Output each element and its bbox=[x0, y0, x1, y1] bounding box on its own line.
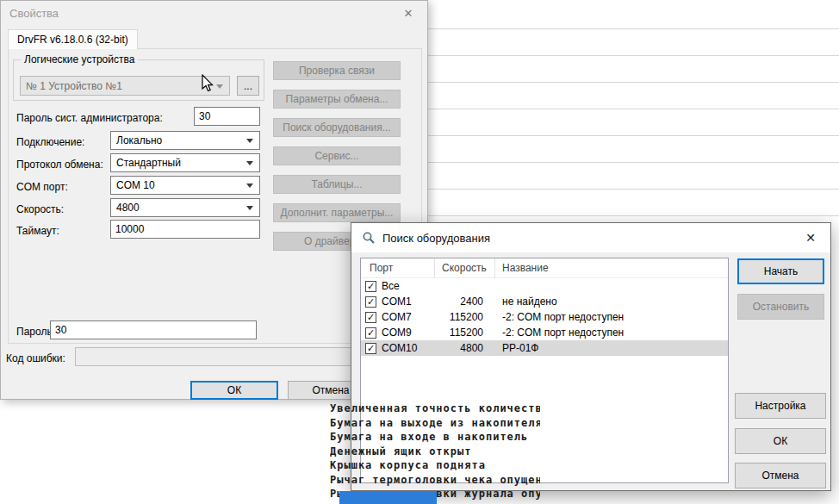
action-button-2[interactable]: Поиск оборудования... bbox=[273, 118, 401, 137]
ok-button[interactable]: ОК bbox=[190, 381, 278, 400]
admin-password-label: Пароль сист. администратора: bbox=[16, 112, 163, 124]
name-cell: -2: COM порт недоступен bbox=[495, 327, 728, 339]
speed-cell: 2400 bbox=[435, 296, 495, 308]
device-row-COM7[interactable]: ✓COM7115200-2: COM порт недоступен bbox=[361, 309, 728, 325]
mouse-cursor-icon bbox=[200, 74, 217, 96]
baud-label: Скорость: bbox=[16, 203, 64, 215]
checkbox-icon[interactable]: ✓ bbox=[365, 296, 376, 308]
action-button-0[interactable]: Проверка связи bbox=[273, 61, 401, 80]
port-label: COM9 bbox=[382, 327, 412, 339]
settings-button[interactable]: Настройка bbox=[735, 393, 826, 419]
device-row-Все[interactable]: ✓Все bbox=[361, 278, 728, 294]
background-row-divider bbox=[428, 215, 839, 216]
admin-password-input[interactable] bbox=[194, 107, 260, 126]
column-header-port[interactable]: Порт bbox=[361, 258, 435, 277]
background-row-divider bbox=[428, 55, 839, 56]
cancel-button[interactable]: Отмена bbox=[735, 463, 826, 488]
timeout-input[interactable] bbox=[110, 220, 260, 239]
window-title: Поиск оборудования bbox=[382, 232, 490, 245]
screen: { "background_window": { "status_lines":… bbox=[0, 0, 839, 504]
background-row-divider bbox=[428, 162, 839, 163]
device-row-COM9[interactable]: ✓COM9115200-2: COM порт недоступен bbox=[361, 325, 728, 340]
device-row-COM10[interactable]: ✓COM104800РР-01Ф bbox=[361, 340, 728, 356]
connection-value: Локально bbox=[116, 134, 162, 146]
baud-combobox[interactable]: 4800 bbox=[110, 198, 260, 217]
background-row-divider bbox=[428, 135, 839, 136]
port-label: COM10 bbox=[382, 342, 417, 354]
start-button[interactable]: Начать bbox=[737, 258, 824, 284]
device-combobox[interactable]: № 1 Устройство №1 bbox=[20, 76, 230, 96]
listview-rows: ✓Все✓COM12400не найдено✓COM7115200-2: CO… bbox=[361, 278, 728, 356]
com-port-label: COM порт: bbox=[16, 181, 68, 193]
checkbox-icon[interactable]: ✓ bbox=[365, 312, 376, 323]
error-code-label: Код ошибки: bbox=[6, 352, 65, 364]
ok-button[interactable]: ОК bbox=[735, 428, 826, 454]
search-icon bbox=[362, 231, 376, 247]
device-row-COM1[interactable]: ✓COM12400не найдено bbox=[361, 294, 728, 309]
stop-button[interactable]: Остановить bbox=[737, 294, 824, 320]
speed-cell: 4800 bbox=[435, 342, 495, 354]
column-header-speed[interactable]: Скорость bbox=[435, 258, 495, 277]
action-button-4[interactable]: Таблицы... bbox=[273, 175, 401, 194]
speed-cell: 115200 bbox=[435, 311, 495, 323]
title-bar: Поиск оборудования ✕ bbox=[351, 223, 830, 252]
com-port-combobox[interactable]: COM 10 bbox=[110, 176, 260, 195]
background-selected-row bbox=[339, 491, 437, 504]
port-label: COM7 bbox=[382, 311, 412, 323]
connection-label: Подключение: bbox=[16, 136, 84, 148]
name-cell: РР-01Ф bbox=[495, 342, 728, 354]
protocol-combobox[interactable]: Стандартный bbox=[110, 153, 260, 172]
device-browse-button[interactable]: ... bbox=[237, 76, 259, 96]
group-title: Логические устройства bbox=[21, 53, 138, 65]
background-row-divider bbox=[428, 189, 839, 190]
action-button-5[interactable]: Дополнит. параметры... bbox=[273, 203, 401, 222]
tab-drvfr[interactable]: DrvFR v6.18.0.6 (32-bit) bbox=[8, 29, 138, 49]
action-button-3[interactable]: Сервис... bbox=[273, 146, 401, 165]
device-combobox-value: № 1 Устройство №1 bbox=[26, 80, 122, 92]
name-cell: -2: COM порт недоступен bbox=[495, 311, 728, 323]
title-bar: Свойства ✕ bbox=[1, 1, 427, 25]
com-port-value: COM 10 bbox=[116, 179, 155, 191]
baud-value: 4800 bbox=[116, 202, 140, 214]
port-label: Все bbox=[382, 280, 400, 292]
background-row-divider bbox=[428, 82, 839, 83]
protocol-label: Протокол обмена: bbox=[16, 159, 103, 171]
checkbox-icon[interactable]: ✓ bbox=[365, 281, 376, 292]
port-label: COM1 bbox=[382, 296, 412, 308]
connection-combobox[interactable]: Локально bbox=[110, 131, 260, 150]
listview-header: Порт Скорость Название bbox=[361, 258, 728, 278]
name-cell: не найдено bbox=[495, 296, 728, 308]
speed-cell: 115200 bbox=[435, 327, 495, 339]
checkbox-icon[interactable]: ✓ bbox=[365, 327, 376, 339]
background-row-divider bbox=[428, 28, 839, 29]
close-icon[interactable]: ✕ bbox=[791, 223, 830, 252]
printer-status-text: Увеличенная точность количества Бумага н… bbox=[330, 401, 540, 501]
window-title: Свойства bbox=[9, 7, 59, 20]
password-input[interactable] bbox=[50, 320, 257, 339]
protocol-value: Стандартный bbox=[116, 157, 181, 169]
column-header-name[interactable]: Название bbox=[495, 258, 728, 277]
action-button-1[interactable]: Параметры обмена... bbox=[273, 90, 401, 109]
checkbox-icon[interactable]: ✓ bbox=[365, 343, 376, 354]
close-icon[interactable]: ✕ bbox=[389, 1, 427, 25]
timeout-label: Таймаут: bbox=[16, 225, 59, 237]
background-row-divider bbox=[428, 109, 839, 109]
